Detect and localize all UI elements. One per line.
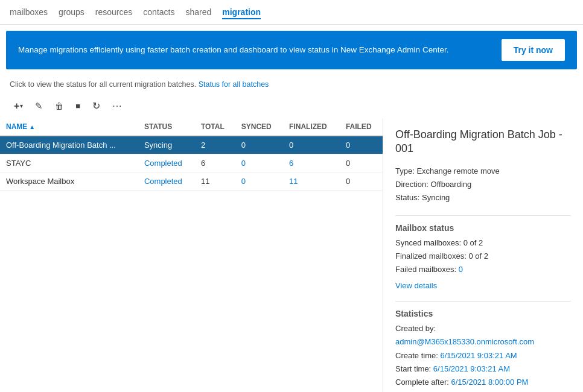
statistics-title: Statistics [395,301,571,318]
add-icon: + [14,101,19,112]
nav-contacts[interactable]: contacts [143,7,174,19]
table-header: NAME▲STATUSTOTALSYNCEDFINALIZEDFAILED [0,118,383,136]
synced-mailboxes: Synced mailboxes: 0 of 2 [395,236,571,250]
delete-button[interactable]: 🗑 [51,98,68,114]
complete-after-prefix: Complete after: [395,378,451,387]
migration-table: NAME▲STATUSTOTALSYNCEDFINALIZEDFAILED Of… [0,118,383,191]
status-bar: Click to view the status for all current… [0,75,583,93]
banner-text: Manage migrations efficiently using fast… [18,44,448,56]
detail-status-label: Status: [395,193,419,202]
table-row[interactable]: Workspace MailboxCompleted110110 [0,172,383,191]
add-button[interactable]: + ▾ [10,98,27,115]
cell-failed: 0 [340,172,383,191]
last-synced: Last synced time: [395,389,571,392]
detail-status-value: Syncing [422,193,450,202]
cell-total: 6 [195,154,235,172]
finalized-link[interactable]: 11 [289,177,298,186]
detail-status: Status: Syncing [395,191,571,204]
col-header-synced[interactable]: SYNCED [235,118,283,136]
cell-total: 11 [195,172,235,191]
col-header-status[interactable]: STATUS [138,118,195,136]
try-it-now-button[interactable]: Try it now [502,39,565,61]
add-chevron-icon: ▾ [20,103,23,109]
table-row[interactable]: Off-Boarding Migration Batch ...Syncing2… [0,136,383,154]
cell-finalized: 0 [283,136,340,154]
cell-finalized[interactable]: 11 [283,172,340,191]
nav-resources[interactable]: resources [95,7,132,19]
detail-direction: Direction: Offboarding [395,178,571,191]
delete-icon: 🗑 [55,101,63,111]
cell-status: Syncing [138,136,195,154]
cell-status: Completed [138,154,195,172]
refresh-icon: ↻ [92,100,100,112]
cell-synced[interactable]: 0 [235,172,283,191]
more-button[interactable]: ··· [108,98,126,115]
cell-status: Completed [138,172,195,191]
detail-title: Off-Boarding Migration Batch Job - 001 [395,128,571,156]
failed-mailboxes-prefix: Failed mailboxes: [395,265,459,274]
main-layout: NAME▲STATUSTOTALSYNCEDFINALIZEDFAILED Of… [0,118,583,392]
view-details-link[interactable]: View details [395,281,437,290]
top-nav: mailboxesgroupsresourcescontactssharedmi… [0,0,583,25]
start-time-value: 6/15/2021 9:03:21 AM [433,364,510,373]
edit-button[interactable]: ✎ [31,98,47,115]
stop-button[interactable]: ■ [71,98,84,113]
detail-panel: Off-Boarding Migration Batch Job - 001 T… [383,118,583,392]
start-time: Start time: 6/15/2021 9:03:21 AM [395,362,571,376]
col-header-name[interactable]: NAME▲ [0,118,138,136]
create-time-value: 6/15/2021 9:03:21 AM [440,351,517,360]
complete-after: Complete after: 6/15/2021 8:00:00 PM [395,376,571,389]
table-body: Off-Boarding Migration Batch ...Syncing2… [0,136,383,191]
synced-link[interactable]: 0 [241,159,246,168]
toolbar: + ▾ ✎ 🗑 ■ ↻ ··· [0,93,583,118]
cell-name: Off-Boarding Migration Batch ... [0,136,138,154]
cell-total: 2 [195,136,235,154]
detail-type-label: Type: [395,166,415,175]
failed-mailboxes: Failed mailboxes: 0 [395,263,571,276]
col-header-failed[interactable]: FAILED [340,118,383,136]
migration-banner: Manage migrations efficiently using fast… [6,31,577,69]
detail-type: Type: Exchange remote move [395,165,571,178]
finalized-mailboxes: Finalized mailboxes: 0 of 2 [395,250,571,263]
detail-direction-value: Offboarding [431,180,472,189]
created-by: Created by: admin@M365x185330.onmicrosof… [395,322,571,349]
table-panel: NAME▲STATUSTOTALSYNCEDFINALIZEDFAILED Of… [0,118,383,392]
create-time: Create time: 6/15/2021 9:03:21 AM [395,349,571,362]
cell-synced: 0 [235,136,283,154]
status-all-batches-link[interactable]: Status for all batches [199,80,269,89]
create-time-prefix: Create time: [395,351,440,360]
finalized-link[interactable]: 6 [289,159,293,168]
detail-type-value: Exchange remote move [416,166,499,175]
mailbox-status-section: Mailbox status Synced mailboxes: 0 of 2 … [395,215,571,290]
edit-icon: ✎ [35,101,43,112]
col-header-finalized[interactable]: FINALIZED [283,118,340,136]
nav-groups[interactable]: groups [59,7,84,19]
more-icon: ··· [112,101,122,112]
refresh-button[interactable]: ↻ [88,97,104,115]
start-time-prefix: Start time: [395,364,433,373]
cell-name: Workspace Mailbox [0,172,138,191]
status-bar-text: Click to view the status for all current… [10,80,196,89]
synced-link[interactable]: 0 [241,177,246,186]
cell-failed: 0 [340,136,383,154]
nav-mailboxes[interactable]: mailboxes [10,7,48,19]
table-row[interactable]: STAYCCompleted6060 [0,154,383,172]
cell-finalized[interactable]: 6 [283,154,340,172]
cell-name: STAYC [0,154,138,172]
detail-direction-label: Direction: [395,180,428,189]
nav-migration[interactable]: migration [222,7,261,19]
col-header-total[interactable]: TOTAL [195,118,235,136]
statistics-section: Statistics Created by: admin@M365x185330… [395,301,571,392]
failed-mailboxes-value: 0 [459,265,463,274]
created-by-value: admin@M365x185330.onmicrosoft.com [395,337,534,346]
sort-arrow-icon: ▲ [29,124,35,130]
nav-shared[interactable]: shared [185,7,211,19]
created-by-prefix: Created by: [395,324,436,333]
mailbox-status-title: Mailbox status [395,215,571,233]
cell-synced[interactable]: 0 [235,154,283,172]
stop-icon: ■ [75,101,80,110]
cell-failed: 0 [340,154,383,172]
detail-info-section: Type: Exchange remote move Direction: Of… [395,165,571,204]
complete-after-value: 6/15/2021 8:00:00 PM [451,378,529,387]
